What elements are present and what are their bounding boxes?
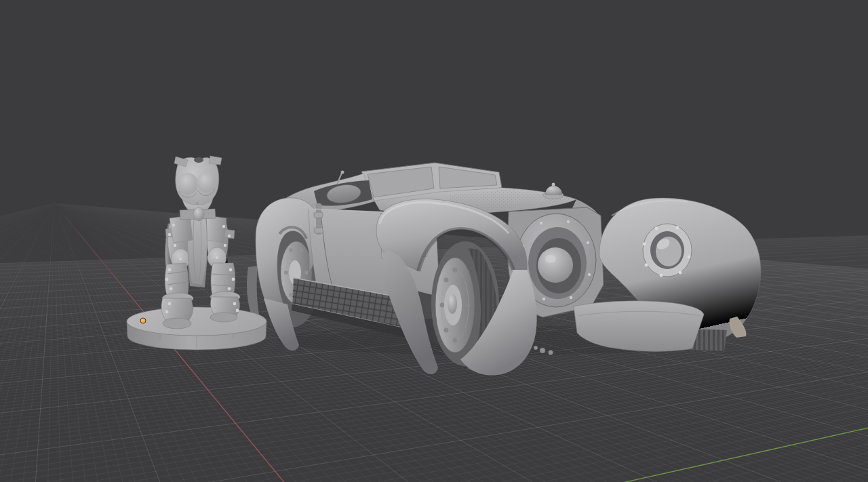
viewport-canvas[interactable] [0,0,868,482]
viewport-3d[interactable] [0,0,868,482]
origin-point-marker[interactable] [140,318,146,323]
car-porthole [643,224,692,277]
figurine-base [127,307,267,350]
car-mirror-head [341,171,344,174]
